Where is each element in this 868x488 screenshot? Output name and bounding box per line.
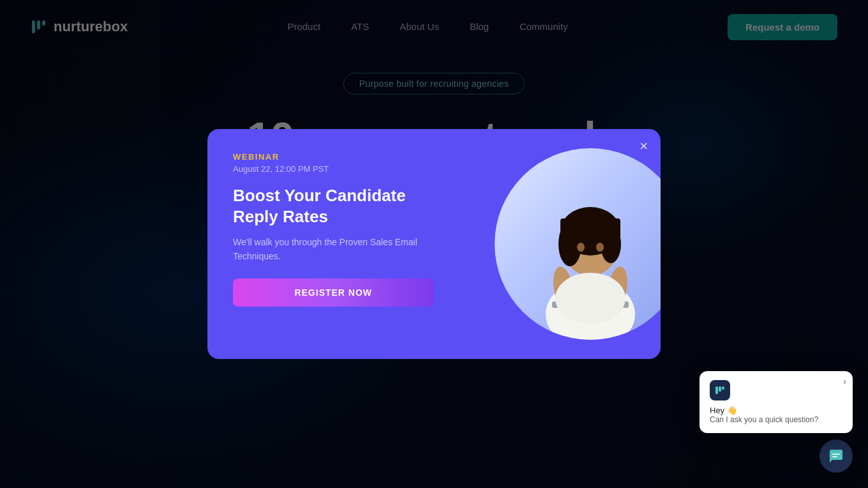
chat-bubble: › Hey 👋 Can I ask you a quick question? <box>700 371 853 433</box>
chat-message: Can I ask you a quick question? <box>710 415 842 424</box>
modal-description: We'll walk you through the Proven Sales … <box>233 236 434 263</box>
chat-widget: › Hey 👋 Can I ask you a quick question? <box>700 371 853 473</box>
register-now-button[interactable]: REGISTER NOW <box>233 278 434 307</box>
modal-tag: WEBINAR <box>233 152 434 162</box>
woman-illustration <box>520 161 661 340</box>
modal-photo-circle <box>495 148 661 340</box>
svg-rect-9 <box>560 218 620 238</box>
chat-header <box>710 380 842 400</box>
svg-rect-18 <box>722 386 724 390</box>
chat-fab-button[interactable] <box>819 439 853 473</box>
svg-point-15 <box>555 273 625 324</box>
svg-rect-17 <box>719 386 721 392</box>
svg-point-10 <box>577 243 585 252</box>
modal-image-area <box>457 129 661 359</box>
modal-title: Boost Your Candidate Reply Rates <box>233 185 434 227</box>
modal-close-button[interactable]: × <box>640 139 648 153</box>
chat-greeting: Hey 👋 <box>710 406 842 415</box>
chat-close-button[interactable]: › <box>843 376 846 386</box>
modal-date: August 22, 12:00 PM PST <box>233 164 434 174</box>
chat-avatar <box>710 380 730 400</box>
svg-rect-19 <box>832 454 840 455</box>
svg-rect-16 <box>715 386 718 394</box>
webinar-modal: × WEBINAR August 22, 12:00 PM PST Boost … <box>207 129 661 359</box>
modal-content: WEBINAR August 22, 12:00 PM PST Boost Yo… <box>207 129 457 359</box>
svg-rect-20 <box>832 456 837 457</box>
svg-point-11 <box>596 243 604 252</box>
